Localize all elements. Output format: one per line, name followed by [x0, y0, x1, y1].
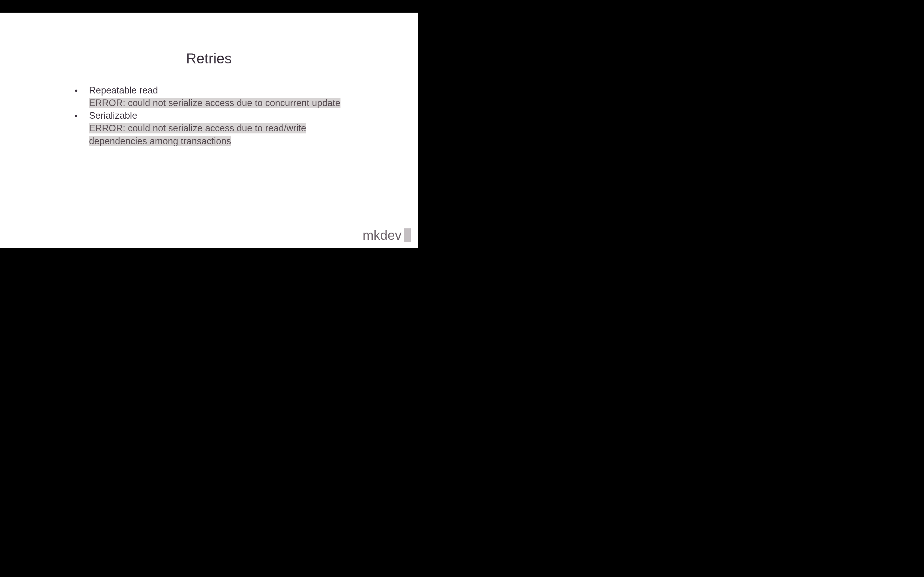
- logo-block-icon: [404, 228, 411, 242]
- slide-content: Repeatable read ERROR: could not seriali…: [72, 84, 349, 148]
- bullet-item: Serializable ERROR: could not serialize …: [72, 110, 349, 147]
- bullet-item: Repeatable read ERROR: could not seriali…: [72, 84, 349, 110]
- error-message: ERROR: could not serialize access due to…: [89, 123, 306, 146]
- brand-logo: mkdev: [362, 228, 411, 243]
- logo-text: mkdev: [362, 228, 402, 243]
- bullet-label: Repeatable read: [89, 84, 349, 97]
- slide: Retries Repeatable read ERROR: could not…: [0, 13, 418, 248]
- bullet-label: Serializable: [89, 110, 349, 122]
- slide-title: Retries: [0, 50, 418, 67]
- error-message: ERROR: could not serialize access due to…: [89, 98, 341, 108]
- bullet-list: Repeatable read ERROR: could not seriali…: [72, 84, 349, 148]
